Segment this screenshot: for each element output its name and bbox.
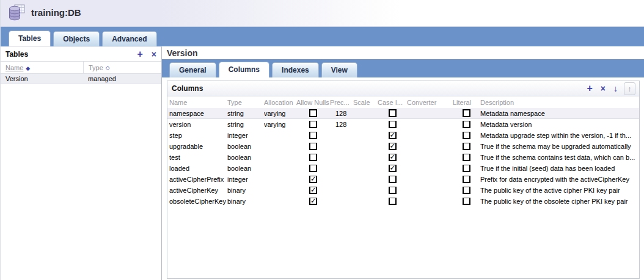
columns-table-empty-space <box>167 207 639 278</box>
tab-objects[interactable]: Objects <box>53 31 100 46</box>
unchecked-checkbox[interactable] <box>463 109 470 117</box>
header-cell-description[interactable]: Description <box>480 99 639 106</box>
header-cell-converter[interactable]: Converter <box>407 99 453 106</box>
sort-none-icon: ◇ <box>106 65 110 71</box>
tab-general[interactable]: General <box>169 62 216 77</box>
remove-table-icon[interactable]: × <box>152 50 156 59</box>
unchecked-checkbox[interactable] <box>309 143 317 151</box>
cell-literal <box>453 109 480 117</box>
checked-checkbox[interactable] <box>309 187 317 195</box>
unchecked-checkbox[interactable] <box>463 121 470 129</box>
cell-case-insensitive <box>378 154 407 162</box>
columns-panel: Columns + × ↓ ↑ Name Type Allocation All… <box>167 81 640 279</box>
cell-description: True if the schema contains test data, w… <box>480 154 639 161</box>
tables-list-header: Name◆ Type◇ <box>1 62 161 74</box>
cell-description: The public key of the obsolete cipher PK… <box>480 198 639 205</box>
cell-name: upgradable <box>169 143 227 150</box>
cell-literal <box>453 187 480 195</box>
unchecked-checkbox[interactable] <box>309 165 317 173</box>
unchecked-checkbox[interactable] <box>463 187 470 195</box>
checked-checkbox[interactable] <box>389 143 397 151</box>
unchecked-checkbox[interactable] <box>309 109 317 117</box>
add-column-icon[interactable]: + <box>587 84 592 93</box>
header-cell-scale[interactable]: Scale <box>353 99 378 106</box>
unchecked-checkbox[interactable] <box>389 176 397 184</box>
columns-table-header: Name Type Allocation Allow Nulls Prec...… <box>167 96 639 108</box>
cell-precision: 128 <box>330 110 353 117</box>
tab-advanced[interactable]: Advanced <box>102 31 156 46</box>
move-down-icon[interactable]: ↓ <box>613 84 618 93</box>
header-cell-literal[interactable]: Literal <box>453 99 480 106</box>
table-row[interactable]: testbooleanTrue if the schema contains t… <box>167 152 639 163</box>
cell-case-insensitive <box>378 109 407 117</box>
unchecked-checkbox[interactable] <box>309 154 317 162</box>
tables-header-type[interactable]: Type◇ <box>83 62 161 73</box>
unchecked-checkbox[interactable] <box>463 176 470 184</box>
table-row[interactable]: activeCipherKeybinaryThe public key of t… <box>167 185 639 196</box>
unchecked-checkbox[interactable] <box>463 154 470 162</box>
header-cell-allow-nulls[interactable]: Allow Nulls <box>296 99 330 106</box>
checked-checkbox[interactable] <box>309 198 317 206</box>
cell-type: integer <box>227 132 264 139</box>
checked-checkbox[interactable] <box>389 165 397 173</box>
cell-description: Metadata upgrade step within the version… <box>480 132 639 139</box>
tab-indexes[interactable]: Indexes <box>272 62 319 77</box>
cell-case-insensitive <box>378 198 407 206</box>
header-cell-precision[interactable]: Prec... <box>330 99 353 106</box>
tables-header-name[interactable]: Name◆ <box>1 64 83 71</box>
tab-columns[interactable]: Columns <box>219 62 269 77</box>
table-row[interactable]: Version managed <box>1 74 161 84</box>
table-row[interactable]: activeCipherPrefixintegerPrefix for data… <box>167 174 639 185</box>
window-header: training:DB <box>1 0 644 27</box>
header-cell-name[interactable]: Name <box>169 99 227 106</box>
detail-title: Version <box>162 46 644 59</box>
table-row[interactable]: loadedbooleanTrue if the initial (seed) … <box>167 163 639 174</box>
checked-checkbox[interactable] <box>389 154 397 162</box>
header-cell-case-insensitive[interactable]: Case I... <box>378 99 407 106</box>
detail-tab-bar: General Columns Indexes View <box>162 59 644 77</box>
cell-description: Metadata namespace <box>480 110 639 117</box>
cell-description: Metadata version <box>480 121 639 128</box>
table-row[interactable]: stepintegerMetadata upgrade step within … <box>167 130 639 141</box>
cell-case-insensitive <box>378 187 407 195</box>
cell-name: step <box>169 132 227 139</box>
cell-allow-nulls <box>296 154 330 162</box>
tab-view[interactable]: View <box>321 62 357 77</box>
table-row[interactable]: upgradablebooleanTrue if the schema may … <box>167 141 639 152</box>
unchecked-checkbox[interactable] <box>463 165 470 173</box>
cell-name: namespace <box>169 110 227 117</box>
header-cell-allocation[interactable]: Allocation <box>264 99 296 106</box>
add-table-icon[interactable]: + <box>137 49 142 59</box>
cell-allow-nulls <box>296 121 330 129</box>
cell-literal <box>453 121 480 129</box>
cell-allow-nulls <box>296 143 330 151</box>
table-row[interactable]: namespacestringvarying128Metadata namesp… <box>167 108 639 119</box>
unchecked-checkbox[interactable] <box>463 198 470 206</box>
table-row[interactable]: obsoleteCipherKeybinaryThe public key of… <box>167 196 639 207</box>
cell-allocation: varying <box>264 121 296 128</box>
unchecked-checkbox[interactable] <box>463 143 470 151</box>
main-tab-bar: Tables Objects Advanced <box>1 27 644 46</box>
checked-checkbox[interactable] <box>389 132 397 140</box>
unchecked-checkbox[interactable] <box>389 198 397 206</box>
unchecked-checkbox[interactable] <box>309 132 317 140</box>
cell-case-insensitive <box>378 132 407 140</box>
unchecked-checkbox[interactable] <box>389 109 397 117</box>
table-row[interactable]: versionstringvarying128Metadata version <box>167 119 639 130</box>
cell-type: boolean <box>227 165 264 172</box>
checked-checkbox[interactable] <box>309 176 317 184</box>
remove-column-icon[interactable]: × <box>601 84 606 93</box>
tab-tables[interactable]: Tables <box>9 31 51 46</box>
cell-name: version <box>169 121 227 128</box>
window: training:DB Tables Objects Advanced Tabl… <box>0 0 644 280</box>
cell-table-type: managed <box>83 75 161 82</box>
move-up-button[interactable]: ↑ <box>624 82 635 95</box>
unchecked-checkbox[interactable] <box>463 132 470 140</box>
cell-precision: 128 <box>330 121 353 128</box>
detail-panel: Version General Columns Indexes View Col… <box>162 46 644 280</box>
cell-case-insensitive <box>378 143 407 151</box>
unchecked-checkbox[interactable] <box>389 187 397 195</box>
unchecked-checkbox[interactable] <box>389 121 397 129</box>
header-cell-type[interactable]: Type <box>227 99 264 106</box>
unchecked-checkbox[interactable] <box>309 121 317 129</box>
